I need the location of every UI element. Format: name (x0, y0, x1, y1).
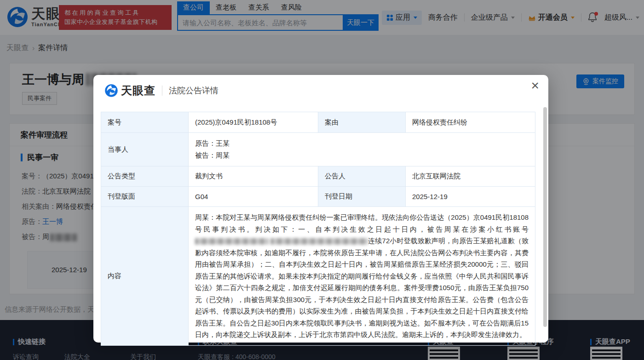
modal-scrollbar[interactable] (543, 107, 547, 327)
redacted-account (195, 238, 269, 245)
modal-header: 天眼查 法院公告详情 (104, 83, 218, 98)
court-announcement-modal: 天眼查 法院公告详情 × 案号 (2025)京0491民初18108号 案由 网… (93, 75, 548, 343)
announcement-table: 案号 (2025)京0491民初18108号 案由 网络侵权责任纠纷 当事人 原… (101, 112, 535, 346)
close-icon[interactable]: × (531, 79, 539, 92)
table-row: 内容 周某：本院对王某与周某网络侵权责任纠纷一案已审理终结。现依法向你公告送达（… (101, 207, 535, 346)
redacted-account (270, 238, 368, 245)
page-value: G04 (189, 187, 318, 207)
page-label: 刊登版面 (101, 187, 189, 207)
date-value: 2025-12-19 (406, 187, 535, 207)
cause-label: 案由 (318, 112, 406, 133)
page: 天眼查 TianYanCha.com 都在用的商业查询工具 国家中小企业发展子基… (0, 0, 644, 360)
table-row: 公告类型 裁判文书 公告人 北京互联网法院 (101, 166, 535, 187)
date-label: 刊登日期 (318, 187, 406, 207)
announcer-label: 公告人 (318, 166, 406, 187)
plaintiff-line: 原告：王某 (195, 137, 529, 149)
case-no-value: (2025)京0491民初18108号 (189, 112, 318, 133)
content-value: 周某：本院对王某与周某网络侵权责任纠纷一案已审理终结。现依法向你公告送达（202… (189, 207, 535, 346)
table-row: 案号 (2025)京0491民初18108号 案由 网络侵权责任纠纷 (101, 112, 535, 133)
announcer-value: 北京互联网法院 (406, 166, 535, 187)
table-row: 刊登版面 G04 刊登日期 2025-12-19 (101, 187, 535, 207)
content-text-part2: 连续72小时登载致歉声明，向原告王某赔礼道歉（致歉内容须经本院审核，如逾期不履行… (195, 237, 529, 338)
defendant-line: 被告：周某 (195, 149, 529, 161)
type-value: 裁判文书 (189, 166, 318, 187)
content-text-part1: 周某：本院对王某与周某网络侵权责任纠纷一案已审理终结。现依法向你公告送达（202… (195, 213, 529, 233)
party-value: 原告：王某 被告：周某 (189, 133, 535, 166)
cause-value: 网络侵权责任纠纷 (406, 112, 535, 133)
party-label: 当事人 (101, 133, 189, 166)
modal-title: 法院公告详情 (169, 85, 218, 96)
tianyancha-swirl-icon (104, 84, 118, 97)
case-no-label: 案号 (101, 112, 189, 133)
content-label: 内容 (101, 207, 189, 346)
table-row: 当事人 原告：王某 被告：周某 (101, 133, 535, 166)
type-label: 公告类型 (101, 166, 189, 187)
modal-brand: 天眼查 (121, 83, 155, 98)
divider (162, 86, 162, 96)
